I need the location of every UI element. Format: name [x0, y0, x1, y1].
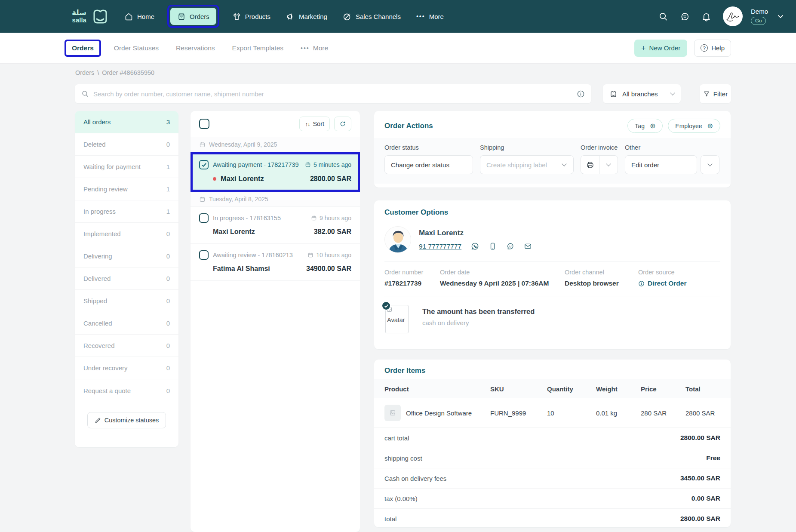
customize-statuses-button[interactable]: Customize statuses	[87, 412, 166, 428]
status-count: 3	[166, 118, 170, 126]
tab-more[interactable]: ••• More	[301, 44, 328, 52]
tab-export-templates[interactable]: Export Templates	[232, 44, 283, 52]
date-group-header: Wednesday, April 9, 2025	[191, 137, 360, 152]
notifications-bell-icon[interactable]	[701, 12, 711, 22]
order-list-item-selected[interactable]: Awaiting payment - 178217739 5 minutes a…	[199, 160, 351, 183]
order-checkbox[interactable]	[199, 213, 209, 223]
nav-item-marketing[interactable]: Marketing	[286, 12, 327, 21]
status-count: 0	[166, 364, 170, 372]
order-time: 9 hours ago	[320, 215, 351, 221]
column-price: Price	[641, 385, 685, 393]
totals-row-tax: tax (0.00%) 0.00 SAR	[374, 488, 731, 508]
search-info-icon[interactable]	[577, 90, 585, 98]
nav-item-orders[interactable]: Orders	[170, 8, 216, 25]
order-customer-name: Maxi Lorentz	[213, 228, 255, 236]
sort-button[interactable]: ↑↓ Sort	[299, 117, 330, 131]
customer-options-card: Customer Options Maxi Lorentz 91 7777777…	[374, 200, 731, 349]
sidebar-item-recovered[interactable]: Recovered0	[75, 335, 178, 357]
whatsapp-icon[interactable]	[471, 242, 479, 250]
home-icon	[124, 12, 133, 21]
create-shipping-label-input[interactable]	[480, 155, 555, 174]
nav-item-products[interactable]: Products	[232, 12, 270, 21]
sidebar-item-all-orders[interactable]: All orders3	[75, 111, 178, 133]
chat-icon[interactable]	[680, 12, 690, 22]
tab-reservations[interactable]: Reservations	[176, 44, 215, 52]
customer-phone-link[interactable]: 91 777777777	[419, 243, 461, 250]
status-count: 0	[166, 275, 170, 282]
other-dropdown-button[interactable]	[701, 155, 719, 174]
product-weight: 0.01 kg	[596, 409, 641, 417]
tab-order-statuses[interactable]: Order Statuses	[114, 44, 159, 52]
shipping-dropdown-button[interactable]	[555, 155, 574, 174]
sidebar-item-under-recovery[interactable]: Under recovery0	[75, 357, 178, 379]
branches-label: All branches	[622, 90, 658, 98]
user-chevron-down-icon[interactable]	[777, 13, 784, 20]
mobile-phone-icon[interactable]	[489, 242, 497, 250]
user-avatar[interactable]	[723, 6, 743, 26]
sidebar-item-delivering[interactable]: Delivering0	[75, 245, 178, 268]
sidebar-item-implemented[interactable]: Implemented0	[75, 223, 178, 245]
order-checkbox-checked[interactable]	[199, 160, 209, 169]
nav-item-more[interactable]: ••• More	[416, 13, 444, 20]
nav-item-home[interactable]: Home	[124, 12, 154, 21]
sidebar-item-request-a-quote[interactable]: Request a quote0	[75, 379, 178, 402]
user-menu[interactable]: Demo Go	[751, 8, 768, 25]
shipping-label: Shipping	[480, 144, 574, 151]
order-actions-card: Order Actions Tag ⊕ Employee ⊕ Order sta…	[374, 111, 731, 188]
top-nav-items: Home Orders Products	[124, 5, 444, 28]
products-tshirt-icon	[232, 12, 241, 21]
sidebar-item-cancelled[interactable]: Cancelled0	[75, 312, 178, 335]
order-amount: 34900.00 SAR	[306, 265, 351, 273]
order-list-item[interactable]: In progress - 178163155 9 hours ago Maxi…	[191, 207, 360, 244]
product-name[interactable]: Office Design Software	[406, 409, 472, 417]
unread-dot	[213, 177, 216, 181]
print-invoice-button[interactable]	[581, 155, 599, 174]
order-source-value[interactable]: Direct Order	[638, 280, 686, 287]
orders-list-panel: ↑↓ Sort Wednesday, April 9, 2025	[191, 111, 360, 532]
employee-button[interactable]: Employee ⊕	[668, 119, 720, 133]
sidebar-item-pending-review[interactable]: Pending review1	[75, 178, 178, 200]
sms-chat-icon[interactable]	[506, 242, 514, 250]
tab-orders[interactable]: Orders	[72, 44, 94, 52]
search-input[interactable]	[93, 90, 572, 98]
select-all-checkbox[interactable]	[199, 119, 209, 129]
change-order-status-select[interactable]: Change order status	[384, 155, 473, 174]
chevron-down-icon	[606, 161, 611, 166]
sidebar-item-waiting-for-payment[interactable]: Waiting for payment1	[75, 156, 178, 178]
order-invoice-label: Order invoice	[581, 144, 618, 151]
status-count: 0	[166, 387, 170, 394]
help-question-icon: ?	[701, 44, 708, 52]
tag-button[interactable]: Tag ⊕	[627, 119, 663, 133]
invoice-dropdown-button[interactable]	[599, 155, 618, 174]
sidebar-item-in-progress[interactable]: In progress1	[75, 200, 178, 223]
salla-logo[interactable]: سلة salla	[72, 7, 110, 26]
totals-row-shipping-cost: shipping cost Free	[374, 448, 731, 468]
refresh-button[interactable]	[334, 117, 351, 131]
nav-item-sales-channels[interactable]: Sales Channels	[343, 12, 401, 21]
calendar-icon	[311, 215, 317, 221]
order-list-item[interactable]: Awaiting review - 178160213 10 hours ago…	[191, 244, 360, 281]
help-button[interactable]: ? Help	[694, 40, 731, 57]
sidebar-item-shipped[interactable]: Shipped0	[75, 290, 178, 312]
sidebar-item-deleted[interactable]: Deleted0	[75, 133, 178, 156]
branches-dropdown[interactable]: All branches	[603, 84, 681, 103]
filter-button[interactable]: Filter	[700, 84, 731, 103]
order-customer-name: Maxi Lorentz	[221, 175, 264, 183]
breadcrumb: Orders \ Order #486635950	[75, 69, 154, 76]
new-order-button[interactable]: + New Order	[634, 40, 687, 57]
orders-list-header: ↑↓ Sort	[191, 111, 360, 137]
calendar-icon	[307, 252, 313, 258]
search-icon[interactable]	[658, 12, 668, 22]
orders-tab-annotation-box: Orders	[65, 40, 101, 57]
status-count: 0	[166, 141, 170, 148]
order-checkbox[interactable]	[199, 250, 209, 260]
circle-plus-icon: ⊕	[707, 123, 713, 129]
logo-arabic-text: سلة	[72, 9, 86, 17]
store-icon	[609, 90, 618, 98]
breadcrumb-root[interactable]: Orders	[75, 69, 94, 76]
edit-order-select[interactable]: Edit order	[625, 155, 697, 174]
sidebar-item-delivered[interactable]: Delivered0	[75, 268, 178, 290]
status-count: 0	[166, 230, 170, 237]
order-status-line: Awaiting payment - 178217739	[213, 161, 299, 168]
email-icon[interactable]	[524, 242, 532, 250]
